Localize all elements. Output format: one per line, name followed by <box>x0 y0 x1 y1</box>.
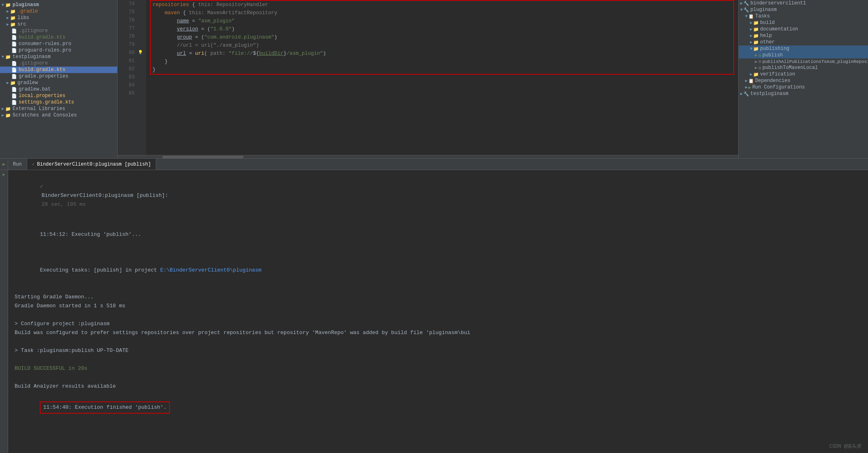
tab-run[interactable]: Run <box>8 159 27 170</box>
code-line-76: maven { this: MavenArtifactRepository <box>153 9 732 17</box>
tab-build[interactable]: ✓ BinderServerClient0:pluginasm [publish… <box>27 159 156 170</box>
gradle-binderserverclient1[interactable]: ▶ 🔧 binderserverclient1 <box>739 0 868 6</box>
sidebar-pluginasm-label: pluginasm <box>13 2 39 8</box>
code-line-80: group = ("com.android.pluginasm") <box>153 33 732 41</box>
gradle-panel: ▶ 🔧 binderserverclient1 ▼ 🔧 pluginasm ▼ … <box>738 0 868 158</box>
sidebar-item-gradlew[interactable]: ▶ 📁 gradlew <box>0 80 117 86</box>
console-line-12 <box>15 355 862 364</box>
sidebar-test-gitignore-label: .gitignore <box>19 60 48 66</box>
console-line-2 <box>15 248 862 257</box>
gradle-build-label: build <box>760 20 775 26</box>
sidebar-extlibs-label: External Libraries <box>13 106 65 112</box>
gradle-publish-label: publish <box>763 52 783 58</box>
console-finish-highlight: 11:54:40: Execution finished 'publish'. <box>40 401 170 414</box>
sidebar-item-testpluginasm[interactable]: ▼ 📁 testpluginasm <box>0 54 117 60</box>
tab-run-label: Run <box>13 162 22 167</box>
gradle-build-folder[interactable]: ▶ 📁 build <box>739 19 868 26</box>
watermark: CSDN @猫头虎 <box>829 443 862 450</box>
console-line-13: BUILD SUCCESSFUL in 20s <box>15 364 862 373</box>
gradle-publishmaven-label: publishToMavenLocal <box>763 65 818 71</box>
console-output: ✓ BinderServerClient0:pluginasm [publish… <box>8 170 868 453</box>
sidebar-item-extlibs[interactable]: ▶ 📁 External Libraries <box>0 106 117 112</box>
console-line-14 <box>15 373 862 382</box>
code-line-78: name = "asm_plugin" <box>153 17 732 25</box>
sidebar-item-scratches[interactable]: ▶ 📁 Scratches and Consoles <box>0 112 117 119</box>
line-gutter: 💡 <box>138 0 146 155</box>
sidebar-item-dotgradle[interactable]: ▶ 📁 .gradle <box>0 8 117 15</box>
gradle-dependencies[interactable]: ▶ 📋 Dependencies <box>739 78 868 84</box>
gradle-other-folder[interactable]: ▶ 📁 other <box>739 39 868 45</box>
gradle-dependencies-label: Dependencies <box>755 78 790 84</box>
code-line-75: repositories { this: RepositoryHandler <box>153 1 732 9</box>
sidebar-item-proguardrules[interactable]: 📄 proguard-rules.pro <box>0 47 117 54</box>
sidebar-settingsgradle-label: settings.gradle.kts <box>19 99 74 105</box>
gradle-verification-label: verification <box>760 71 795 77</box>
gradle-tasks-label: Tasks <box>755 13 770 19</box>
sidebar-item-pluginasm[interactable]: ▼ 📁 pluginasm <box>0 2 117 8</box>
gradle-verification-folder[interactable]: ▶ 📁 verification <box>739 71 868 78</box>
tab-build-label: BinderServerClient0:pluginasm [publish] <box>37 162 151 167</box>
console-line-15: Build Analyzer results available <box>15 382 862 391</box>
sidebar-item-gradlewbat[interactable]: 📄 gradlew.bat <box>0 86 117 93</box>
gradle-publishing-folder[interactable]: ▼ 📁 publishing <box>739 45 868 52</box>
gradle-other-label: other <box>760 39 775 45</box>
sidebar-gradlew-label: gradlew <box>17 80 38 86</box>
bottom-tabs-bar: ▶ Run ✓ BinderServerClient0:pluginasm [p… <box>0 159 868 170</box>
gradle-publishall-label: publishAllPublicationsToAsm_pluginReposi… <box>763 59 868 64</box>
sidebar-item-settingsgradle[interactable]: 📄 settings.gradle.kts <box>0 99 117 106</box>
gradle-testpluginasm[interactable]: ▶ 🔧 testpluginasm <box>739 91 868 97</box>
gradle-documentation-folder[interactable]: ▶ 📁 documentation <box>739 26 868 32</box>
gradle-publishmaven-task[interactable]: ▶ ⚙ publishToMavenLocal <box>739 65 868 71</box>
console-line-11: > Task :pluginasm:publish UP-TO-DATE <box>15 346 862 355</box>
sidebar-src-label: src <box>17 22 26 27</box>
sidebar-test-buildgradle-label: build.gradle.kts <box>19 67 65 73</box>
sidebar-consumerrules-label: consumer-rules.pro <box>19 41 71 47</box>
project-sidebar: ▼ 📁 pluginasm ▶ 📁 .gradle ▶ 📁 libs ▶ 📁 s… <box>0 0 118 158</box>
gradle-binderserverclient1-label: binderserverclient1 <box>750 0 806 6</box>
gradle-help-folder[interactable]: ▶ 📁 help <box>739 32 868 39</box>
tab-check-icon: ✓ <box>32 162 35 167</box>
console-line-6: Gradle Daemon started in 1 s 518 ms <box>15 302 862 311</box>
sidebar-libs-label: libs <box>17 15 29 21</box>
sidebar-item-consumerrules[interactable]: 📄 consumer-rules.pro <box>0 41 117 47</box>
sidebar-localprops-label: local.properties <box>19 93 65 99</box>
sidebar-item-gitignore1[interactable]: 📄 .gitignore <box>0 28 117 34</box>
sidebar-dotgradle-label: .gradle <box>17 9 38 14</box>
run-icon[interactable]: ▶ <box>2 162 5 167</box>
gradle-documentation-label: documentation <box>760 26 798 32</box>
console-line-5: Starting Gradle Daemon... <box>15 293 862 302</box>
console-line-7 <box>15 311 862 319</box>
code-content: repositories { this: RepositoryHandler m… <box>146 0 738 155</box>
code-line-81: //url = uri("./asm_plugin") <box>153 41 732 50</box>
sidebar-gradlewbat-label: gradlew.bat <box>19 86 51 92</box>
sidebar-item-src[interactable]: ▶ 📁 src <box>0 21 117 28</box>
sidebar-item-buildgradle[interactable]: 📄 build.gradle.kts <box>0 34 117 41</box>
console-line-8: > Configure project :pluginasm <box>15 319 862 328</box>
console-line-3: Executing tasks: [publish] in project E:… <box>15 257 862 284</box>
console-line-4 <box>15 284 862 293</box>
project-link[interactable]: E:\BinderServerClient0\pluginasm <box>160 267 262 273</box>
sidebar-gradleprops-label: gradle.properties <box>19 73 68 79</box>
gradle-pluginasm-label: pluginasm <box>750 7 777 13</box>
console-line-10 <box>15 337 862 346</box>
gradle-tasks[interactable]: ▼ 📋 Tasks <box>739 13 868 19</box>
sidebar-item-gradleprops[interactable]: 📄 gradle.properties <box>0 73 117 80</box>
code-line-83: } <box>153 58 732 66</box>
gradle-help-label: help <box>760 33 772 39</box>
sidebar-item-test-gitignore[interactable]: 📄 .gitignore <box>0 60 117 67</box>
gradle-publishall-task[interactable]: ▶ ⚙ publishAllPublicationsToAsm_pluginRe… <box>739 58 868 65</box>
gradle-runconfigs-label: Run Configurations <box>752 84 805 90</box>
console-left-strip: ▶ <box>0 170 8 453</box>
console-run-icon[interactable]: ▶ <box>1 172 7 177</box>
gradle-pluginasm[interactable]: ▼ 🔧 pluginasm <box>739 6 868 13</box>
bottom-panel: ▶ Run ✓ BinderServerClient0:pluginasm [p… <box>0 158 868 453</box>
gradle-runconfigs[interactable]: ▶ ▶ Run Configurations <box>739 84 868 91</box>
gradle-publish-task[interactable]: ▶ ⚙ publish <box>739 52 868 58</box>
sidebar-item-libs[interactable]: ▶ 📁 libs <box>0 15 117 21</box>
sidebar-item-test-buildgradle[interactable]: 📄 build.gradle.kts <box>0 67 117 73</box>
sidebar-item-localprops[interactable]: 📄 local.properties <box>0 93 117 99</box>
code-line-84: } <box>153 66 732 74</box>
console-run-header: ✓ BinderServerClient0:pluginasm [publish… <box>15 173 862 218</box>
line-numbers: 74 75 76 77 78 79 80 81 82 83 84 85 <box>118 0 138 155</box>
code-line-82: url = uri( path: "file://${buildDir}/asm… <box>153 50 732 58</box>
